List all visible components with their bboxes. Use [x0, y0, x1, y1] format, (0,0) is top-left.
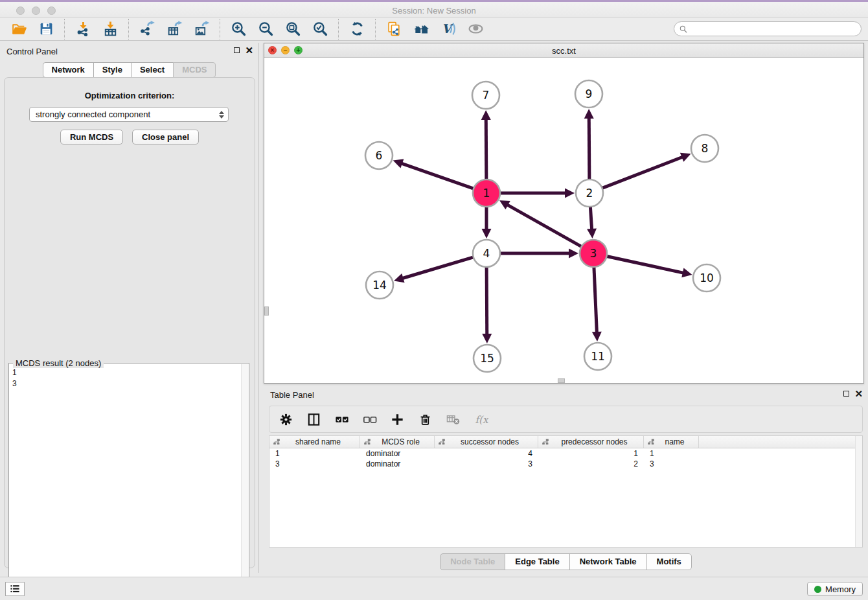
float-panel-icon[interactable] — [234, 47, 240, 53]
application-window: Session: New Session V Control Panel ✕ N… — [0, 0, 868, 600]
edge-2-3[interactable] — [587, 207, 597, 238]
float-table-panel-icon[interactable] — [843, 391, 849, 397]
trash-icon — [418, 412, 433, 427]
edge-3-1[interactable] — [499, 200, 582, 246]
node-15[interactable]: 15 — [474, 345, 501, 372]
show-hide-button[interactable] — [466, 19, 485, 39]
column-header-predecessor-nodes[interactable]: predecessor nodes — [538, 436, 644, 448]
table-cell[interactable]: 3 — [269, 459, 360, 469]
table-cell[interactable]: 1 — [644, 448, 699, 459]
tab-style[interactable]: Style — [93, 62, 131, 78]
tab-network-table[interactable]: Network Table — [569, 553, 647, 570]
node-7[interactable]: 7 — [472, 82, 499, 109]
result-scrollbar[interactable] — [241, 364, 248, 600]
delete-table-button[interactable] — [444, 411, 461, 428]
edge-3-11[interactable] — [592, 267, 602, 341]
columns-button[interactable] — [305, 411, 322, 428]
zoom-out-button[interactable] — [256, 19, 275, 39]
vizmapper-button[interactable]: V — [439, 19, 458, 39]
table-cell[interactable]: 3 — [644, 459, 699, 469]
node-10[interactable]: 10 — [693, 264, 720, 292]
network-window-titlebar[interactable]: × – + scc.txt — [264, 43, 863, 58]
edge-4-15[interactable] — [482, 267, 492, 343]
export-network-button[interactable] — [137, 19, 157, 39]
open-folder-button[interactable] — [9, 19, 29, 39]
edge-1-4[interactable] — [482, 207, 492, 238]
table-row[interactable]: 3dominator323 — [269, 459, 862, 469]
edge-3-10[interactable] — [607, 256, 692, 277]
table-cell[interactable]: 1 — [269, 448, 360, 459]
network-canvas[interactable]: 7968124314101511 — [264, 58, 863, 383]
zoom-in-button[interactable] — [229, 19, 248, 39]
edge-1-6[interactable] — [393, 159, 474, 189]
node-6[interactable]: 6 — [365, 142, 393, 169]
svg-text:10: 10 — [700, 271, 714, 284]
edge-2-9[interactable] — [584, 109, 594, 179]
trash-button[interactable] — [417, 411, 433, 428]
gear-button[interactable] — [277, 411, 294, 428]
search-field[interactable] — [674, 21, 862, 36]
node-4[interactable]: 4 — [473, 240, 500, 267]
node-11[interactable]: 11 — [584, 343, 611, 370]
table-cell[interactable]: dominator — [360, 448, 435, 459]
edge-2-8[interactable] — [602, 153, 691, 189]
import-network-button[interactable] — [73, 19, 93, 39]
node-3[interactable]: 3 — [580, 240, 607, 267]
tab-mcds[interactable]: MCDS — [173, 62, 216, 78]
close-panel-icon[interactable]: ✕ — [245, 47, 253, 54]
criterion-dropdown[interactable]: strongly connected component — [29, 107, 229, 122]
import-table-button[interactable] — [100, 19, 120, 39]
table-cell[interactable]: 4 — [435, 448, 538, 459]
task-history-button[interactable] — [5, 582, 25, 596]
add-button[interactable] — [389, 411, 405, 428]
svg-text:1: 1 — [483, 187, 490, 200]
table-scrollbar[interactable] — [855, 436, 862, 547]
column-header-MCDS-role[interactable]: MCDS role — [360, 436, 435, 448]
save-button[interactable] — [36, 19, 56, 39]
tab-edge-table[interactable]: Edge Table — [505, 553, 569, 570]
select-all-button[interactable] — [333, 411, 350, 428]
function-button[interactable]: f(x) — [472, 411, 489, 428]
memory-button[interactable]: Memory — [807, 582, 863, 596]
export-table-button[interactable] — [165, 19, 184, 39]
tab-node-table[interactable]: Node Table — [440, 553, 505, 570]
table-row[interactable]: 1dominator411 — [269, 448, 862, 459]
edge-1-7[interactable] — [481, 110, 491, 179]
node-8[interactable]: 8 — [691, 135, 718, 162]
table-cell[interactable]: 3 — [435, 459, 538, 469]
tab-network[interactable]: Network — [43, 62, 94, 78]
column-header-successor-nodes[interactable]: successor nodes — [435, 436, 538, 448]
mcds-result-text[interactable]: 13 — [10, 367, 17, 389]
canvas-vertical-scroll-thumb[interactable] — [264, 306, 269, 316]
zoom-selected-button[interactable] — [310, 19, 330, 39]
unselect-all-button[interactable] — [361, 411, 378, 428]
edge-4-14[interactable] — [394, 257, 474, 283]
column-header-name[interactable]: name — [644, 436, 699, 448]
table-cell[interactable]: 1 — [538, 448, 644, 459]
edge-1-2[interactable] — [500, 189, 575, 198]
node-2[interactable]: 2 — [576, 179, 603, 207]
edge-4-3[interactable] — [500, 249, 578, 259]
tab-motifs[interactable]: Motifs — [646, 553, 692, 570]
svg-text:15: 15 — [480, 352, 494, 365]
duplicate-network-button[interactable] — [384, 19, 404, 39]
close-table-panel-icon[interactable]: ✕ — [854, 390, 863, 397]
vizmapper-icon: V — [440, 21, 457, 37]
close-panel-button[interactable]: Close panel — [132, 130, 199, 144]
home-button[interactable] — [411, 19, 431, 39]
tab-select[interactable]: Select — [131, 62, 174, 78]
canvas-horizontal-scroll-thumb[interactable] — [558, 378, 565, 383]
search-input[interactable] — [688, 25, 861, 34]
node-1[interactable]: 1 — [473, 179, 500, 207]
run-mcds-button[interactable]: Run MCDS — [60, 130, 123, 144]
node-9[interactable]: 9 — [575, 80, 602, 108]
column-header-shared-name[interactable]: shared name — [269, 436, 360, 448]
refresh-button[interactable] — [347, 19, 367, 39]
node-14[interactable]: 14 — [366, 271, 393, 299]
tree-icon — [363, 438, 371, 446]
export-image-button[interactable] — [192, 19, 211, 39]
unselect-all-icon — [362, 412, 377, 427]
table-cell[interactable]: dominator — [360, 459, 435, 469]
zoom-fit-button[interactable] — [283, 19, 303, 39]
table-cell[interactable]: 2 — [538, 459, 644, 469]
